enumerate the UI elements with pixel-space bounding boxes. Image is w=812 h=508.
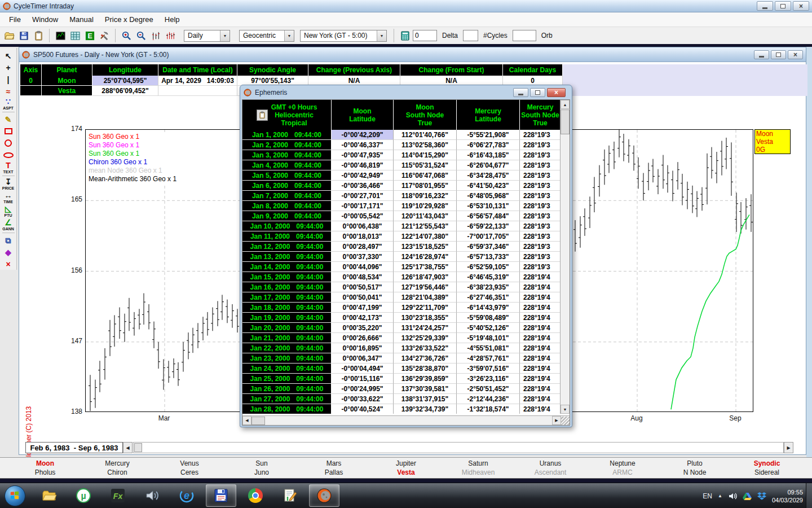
scroll-down-button[interactable]: ▼ <box>561 405 570 414</box>
eph-value-cell[interactable]: -6°59'37,346" <box>457 242 520 252</box>
close-button[interactable]: × <box>793 1 809 11</box>
eph-value-cell[interactable]: 115°05'31,524" <box>394 160 457 170</box>
horizontal-scrollbar[interactable] <box>133 442 784 453</box>
ephemeris-close-button[interactable]: × <box>547 88 566 97</box>
eph-date-cell[interactable]: Jan 2, 200009:44:00 <box>242 140 332 150</box>
scroll-up-button[interactable]: ▲ <box>561 100 570 109</box>
eph-value-cell[interactable]: 228°19'3 <box>520 130 561 140</box>
open-file-button[interactable] <box>2 29 16 42</box>
eph-value-cell[interactable]: 228°19'3 <box>520 191 561 201</box>
eph-value-cell[interactable]: -0°00'46,337" <box>332 140 394 150</box>
planet-top-label[interactable]: Synodic <box>731 459 803 468</box>
eph-value-cell[interactable]: 228°19'3 <box>520 262 561 272</box>
clipboard-button[interactable] <box>32 29 45 42</box>
start-button[interactable] <box>5 485 25 506</box>
eph-value-cell[interactable]: 119°10'29,928" <box>394 201 457 211</box>
eph-value-cell[interactable]: 136°29'39,859" <box>394 374 457 384</box>
orb-input[interactable] <box>513 30 536 41</box>
delta-input[interactable] <box>413 30 437 41</box>
eph-value-cell[interactable]: 228°19'3 <box>520 231 561 242</box>
eph-value-cell[interactable]: -4°28'57,761" <box>457 353 520 364</box>
scroll-left-button[interactable]: ◀ <box>123 442 133 453</box>
file-explorer-icon[interactable] <box>34 484 64 507</box>
gann-icon[interactable]: ∠GANN <box>1 218 16 231</box>
eph-value-cell[interactable]: 0°00'18,013" <box>332 231 394 242</box>
chart-close-button[interactable]: × <box>788 50 803 59</box>
pointer-icon[interactable]: ↖ <box>1 50 16 62</box>
scroll-right-button[interactable]: ▶ <box>784 442 793 453</box>
zoom-in-button[interactable] <box>120 29 133 42</box>
eph-value-cell[interactable]: 133°26'33,522" <box>394 343 457 353</box>
planet-bottom-label[interactable]: Sidereal <box>731 468 803 477</box>
eph-date-cell[interactable]: Jan 21, 200009:44:00 <box>242 333 332 343</box>
eph-value-cell[interactable]: -0°00'42,209" <box>332 130 394 140</box>
planet-bottom-label[interactable]: Midheaven <box>442 468 514 477</box>
bar-chart-button[interactable] <box>149 29 162 42</box>
eph-value-cell[interactable]: 125°17'38,755" <box>394 262 457 272</box>
eph-value-cell[interactable]: 228°19'4 <box>520 303 561 313</box>
eph-value-cell[interactable]: 0°00'47,199" <box>332 303 394 313</box>
eph-value-cell[interactable]: 228°19'3 <box>520 181 561 191</box>
eph-value-cell[interactable]: 135°28'38,870" <box>394 364 457 374</box>
eph-value-cell[interactable]: 121°12'55,543" <box>394 221 457 231</box>
chart-window-button[interactable] <box>54 29 67 42</box>
eph-value-cell[interactable]: -6°48'05,968" <box>457 191 520 201</box>
eph-value-cell[interactable]: -6°59'22,133" <box>457 221 520 231</box>
eph-value-cell[interactable]: 122°14'07,380" <box>394 231 457 242</box>
eph-value-cell[interactable]: 228°19'4 <box>520 394 561 404</box>
cycle-wave-icon[interactable]: ≈ <box>1 85 16 97</box>
eph-date-cell[interactable]: Jan 3, 200009:44:00 <box>242 150 332 160</box>
eph-value-cell[interactable]: 116°06'47,068" <box>394 170 457 181</box>
taskbar-clock[interactable]: 09:55 04/03/2029 <box>772 488 803 504</box>
horizontal-scrollbar-thumb[interactable] <box>134 443 142 452</box>
ellipse-icon[interactable] <box>1 149 16 161</box>
menu-item-manual[interactable]: Manual <box>64 14 99 25</box>
eph-value-cell[interactable]: 134°27'36,726" <box>394 353 457 364</box>
eph-value-cell[interactable]: 228°19'4 <box>520 282 561 292</box>
cycles-chart-button[interactable] <box>164 29 177 42</box>
save-button[interactable] <box>17 29 30 42</box>
zoom-out-button[interactable] <box>134 29 148 42</box>
eph-value-cell[interactable]: -0°00'40,524" <box>332 404 394 414</box>
eph-value-cell[interactable]: -6°27'46,351" <box>457 292 520 303</box>
planet-bottom-label[interactable]: N Node <box>659 468 731 477</box>
eph-date-cell[interactable]: Jan 19, 200009:44:00 <box>242 313 332 323</box>
menu-item-help[interactable]: Help <box>159 14 186 25</box>
ephemeris-horizontal-scrollbar[interactable]: ◀ ▶ <box>242 415 570 425</box>
eph-value-cell[interactable]: 114°04'15,290" <box>394 150 457 160</box>
delete-icon[interactable]: × <box>1 258 16 270</box>
eph-value-cell[interactable]: 130°23'18,355" <box>394 313 457 323</box>
volume-mixer-icon[interactable] <box>137 484 167 507</box>
eph-value-cell[interactable]: 228°19'3 <box>520 201 561 211</box>
planet-top-label[interactable]: Saturn <box>442 459 514 468</box>
planet-column-sun[interactable]: SunJuno <box>226 459 298 477</box>
eph-date-cell[interactable]: Jan 13, 200009:44:00 <box>242 252 332 262</box>
time-icon[interactable]: ↔TIME <box>1 191 16 204</box>
settings-tools-button[interactable] <box>98 29 111 42</box>
eph-value-cell[interactable]: 0°00'50,041" <box>332 292 394 303</box>
eph-value-cell[interactable]: 0°00'35,220" <box>332 323 394 333</box>
eph-value-cell[interactable]: 228°19'3 <box>520 221 561 231</box>
eph-value-cell[interactable]: 126°18'47,903" <box>394 272 457 282</box>
internet-explorer-icon[interactable]: e <box>171 484 202 507</box>
eph-value-cell[interactable]: -0°00'24,995" <box>332 384 394 394</box>
eph-value-cell[interactable]: 228°19'3 <box>520 242 561 252</box>
eph-value-cell[interactable]: -7°00'17,705" <box>457 231 520 242</box>
price-icon[interactable]: ↧PRICE <box>1 177 16 191</box>
eph-value-cell[interactable]: -6°34'28,475" <box>457 170 520 181</box>
resize-grip[interactable] <box>561 417 570 425</box>
planet-bottom-label[interactable]: Vesta <box>370 468 442 477</box>
eph-date-cell[interactable]: Jan 25, 200009:44:00 <box>242 374 332 384</box>
eph-value-cell[interactable]: 127°19'56,446" <box>394 282 457 292</box>
eph-value-cell[interactable]: 228°19'3 <box>520 150 561 160</box>
eph-value-cell[interactable]: 128°21'04,389" <box>394 292 457 303</box>
notes-editor-icon[interactable] <box>275 484 305 507</box>
eph-value-cell[interactable]: 228°19'3 <box>520 170 561 181</box>
eph-value-cell[interactable]: -5°55'21,908" <box>457 130 520 140</box>
eph-value-cell[interactable]: 123°15'18,525" <box>394 242 457 252</box>
eph-value-cell[interactable]: -6°46'45,319" <box>457 272 520 282</box>
planet-top-label[interactable]: Venus <box>153 459 226 468</box>
chevron-down-icon[interactable]: ▼ <box>220 30 230 41</box>
planet-column-jupiter[interactable]: JupiterVesta <box>370 459 442 477</box>
chrome-icon[interactable] <box>240 484 271 507</box>
